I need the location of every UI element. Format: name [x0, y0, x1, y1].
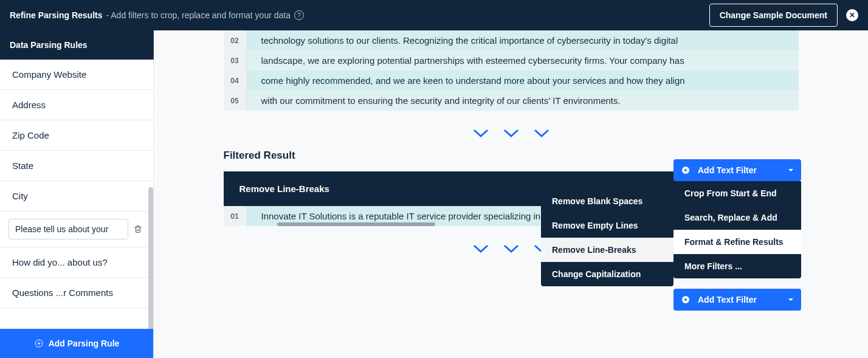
page-subtitle: - Add filters to crop, replace and forma…: [106, 10, 291, 20]
submenu-item[interactable]: Change Capitalization: [541, 262, 673, 286]
close-icon[interactable]: ✕: [846, 9, 858, 21]
sidebar-item-selected: [0, 212, 153, 247]
line-row: 05with our commitment to ensuring the se…: [224, 91, 799, 111]
sidebar-list: Company WebsiteAddressZip CodeStateCity …: [0, 60, 153, 329]
sidebar-scrollbar[interactable]: [148, 187, 153, 329]
sidebar-item[interactable]: State: [0, 151, 153, 181]
page-title: Refine Parsing Results: [10, 10, 103, 20]
line-row: 02technology solutions to our clients. R…: [224, 30, 799, 50]
sidebar: Data Parsing Rules Company WebsiteAddres…: [0, 30, 154, 358]
plus-circle-icon: [681, 165, 691, 175]
line-number: 02: [224, 30, 247, 50]
line-row: 04come highly recommended, and we are ke…: [224, 71, 799, 91]
line-text: landscape, we are exploring potential pa…: [247, 50, 799, 71]
submenu-item[interactable]: Remove Empty Lines: [541, 213, 673, 238]
dropdown-item[interactable]: Crop From Start & End: [673, 181, 801, 205]
sidebar-item[interactable]: Company Website: [0, 60, 153, 90]
add-text-filter-button[interactable]: Add Text Filter: [673, 159, 801, 181]
line-text: come highly recommended, and we are keen…: [247, 71, 799, 91]
add-text-filter-label: Add Text Filter: [698, 295, 757, 305]
sidebar-header: Data Parsing Rules: [0, 30, 153, 60]
line-text: with our commitment to ensuring the secu…: [247, 91, 799, 111]
chevron-down-icon: [472, 243, 489, 254]
topbar: Refine Parsing Results - Add filters to …: [0, 0, 868, 30]
plus-circle-icon: [681, 295, 691, 305]
change-sample-document-button[interactable]: Change Sample Document: [709, 4, 838, 27]
sidebar-item[interactable]: Zip Code: [0, 120, 153, 151]
chevron-down-icon: [503, 128, 520, 139]
topbar-left: Refine Parsing Results - Add filters to …: [10, 10, 304, 20]
line-text: technology solutions to our clients. Rec…: [247, 30, 799, 50]
main-content: 02technology solutions to our clients. R…: [154, 30, 868, 358]
sidebar-header-label: Data Parsing Rules: [10, 40, 88, 50]
flow-chevrons: [154, 128, 868, 139]
add-text-filter-label: Add Text Filter: [698, 165, 757, 175]
line-number: 04: [224, 71, 247, 91]
rule-name-input[interactable]: [9, 219, 128, 239]
line-number: 03: [224, 50, 247, 71]
horizontal-scrollbar[interactable]: [277, 222, 435, 226]
dropdown-item[interactable]: Search, Replace & Add: [673, 205, 801, 230]
add-parsing-rule-label: Add Parsing Rule: [49, 339, 120, 348]
line-row: 03landscape, we are exploring potential …: [224, 50, 799, 71]
chevron-down-icon: [503, 243, 520, 254]
caret-down-icon: [788, 167, 794, 173]
submenu-item[interactable]: Remove Line-Breaks: [541, 238, 673, 262]
add-filter-dropdown: Crop From Start & EndSearch, Replace & A…: [673, 181, 801, 278]
sidebar-item[interactable]: How did yo... about us?: [0, 247, 153, 278]
sidebar-item[interactable]: Questions ...r Comments: [0, 278, 153, 308]
format-refine-submenu: Remove Blank SpacesRemove Empty LinesRem…: [541, 189, 673, 286]
line-number: 05: [224, 91, 247, 111]
topbar-right: Change Sample Document ✕: [709, 4, 858, 27]
sidebar-item[interactable]: Address: [0, 90, 153, 120]
caret-down-icon: [788, 297, 794, 303]
dropdown-item[interactable]: Format & Refine Results: [673, 230, 801, 254]
help-icon[interactable]: ?: [294, 10, 304, 20]
line-number: 01: [224, 206, 247, 226]
sidebar-item[interactable]: City: [0, 181, 153, 212]
add-parsing-rule-button[interactable]: Add Parsing Rule: [0, 329, 153, 358]
source-text-block: 02technology solutions to our clients. R…: [224, 30, 799, 111]
chevron-down-icon: [472, 128, 489, 139]
add-text-filter-button[interactable]: Add Text Filter: [673, 289, 801, 311]
submenu-item[interactable]: Remove Blank Spaces: [541, 189, 673, 213]
dropdown-item[interactable]: More Filters ...: [673, 254, 801, 278]
chevron-down-icon: [533, 128, 550, 139]
delete-icon[interactable]: [133, 223, 143, 235]
plus-circle-icon: [34, 339, 44, 348]
